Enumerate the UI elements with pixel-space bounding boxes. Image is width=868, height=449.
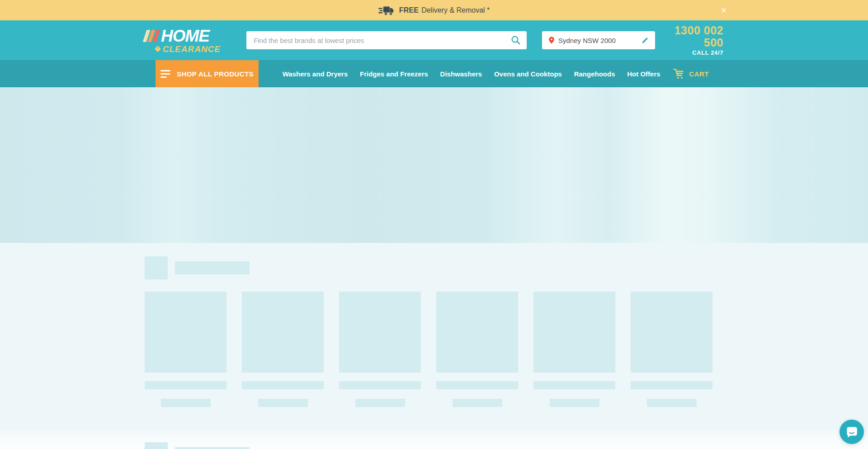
main-nav: SHOP ALL PRODUCTS Washers and Dryers Fri… bbox=[0, 60, 868, 87]
section-title-text-placeholder bbox=[175, 261, 250, 274]
skeleton-grid bbox=[145, 292, 723, 407]
product-title-placeholder bbox=[339, 381, 421, 389]
product-image-placeholder bbox=[242, 292, 324, 373]
logo-text-clearance: CLEARANCE bbox=[163, 45, 221, 53]
product-image-placeholder bbox=[436, 292, 518, 373]
section-title-skeleton bbox=[145, 256, 723, 279]
home-clearance-logo[interactable]: HOME CLEARANCE bbox=[145, 28, 221, 53]
banner-close-button[interactable]: ✕ bbox=[719, 5, 729, 16]
chat-launcher-button[interactable] bbox=[840, 420, 864, 444]
skeleton-product-card bbox=[436, 292, 518, 407]
cart-button[interactable]: CART bbox=[670, 60, 712, 87]
edit-location-button[interactable] bbox=[640, 36, 650, 45]
nav-item-dishwashers[interactable]: Dishwashers bbox=[439, 67, 484, 80]
phone-availability: CALL 24/7 bbox=[655, 49, 723, 56]
nav-item-washers-and-dryers[interactable]: Washers and Dryers bbox=[281, 67, 350, 80]
product-image-placeholder bbox=[533, 292, 615, 373]
chat-bubble-icon bbox=[845, 425, 859, 439]
location-pin-icon bbox=[547, 36, 556, 45]
phone-contact[interactable]: 1300 002 500 CALL 24/7 bbox=[655, 24, 723, 56]
product-price-placeholder bbox=[355, 399, 405, 407]
cart-icon bbox=[673, 68, 685, 79]
search-input[interactable] bbox=[246, 31, 508, 49]
next-section bbox=[0, 430, 868, 449]
product-title-placeholder bbox=[242, 381, 324, 389]
product-image-placeholder bbox=[631, 292, 712, 373]
shop-all-label: SHOP ALL PRODUCTS bbox=[177, 70, 254, 78]
cart-label: CART bbox=[689, 70, 709, 78]
hero-banner-placeholder bbox=[0, 87, 868, 243]
section-title-icon-placeholder bbox=[145, 256, 168, 279]
logo-text-home: HOME bbox=[161, 28, 209, 44]
product-price-placeholder bbox=[647, 399, 697, 407]
skeleton-product-card bbox=[145, 292, 226, 407]
shop-all-products-button[interactable]: SHOP ALL PRODUCTS bbox=[156, 60, 259, 87]
skeleton-product-card bbox=[533, 292, 615, 407]
price-tag-icon bbox=[155, 46, 161, 52]
location-input[interactable] bbox=[556, 37, 640, 44]
search-icon bbox=[511, 35, 521, 45]
skeleton-product-card bbox=[242, 292, 324, 407]
product-title-placeholder bbox=[145, 381, 226, 389]
product-price-placeholder bbox=[453, 399, 502, 407]
product-title-placeholder bbox=[631, 381, 712, 389]
pencil-icon bbox=[641, 37, 649, 44]
product-price-placeholder bbox=[161, 399, 211, 407]
product-title-placeholder bbox=[436, 381, 518, 389]
promo-banner: FREE Delivery & Removal * ✕ bbox=[0, 0, 868, 20]
phone-number: 1300 002 500 bbox=[655, 24, 723, 48]
search-button[interactable] bbox=[508, 35, 527, 45]
location-box bbox=[542, 31, 655, 49]
section-title-skeleton bbox=[145, 442, 723, 449]
product-image-placeholder bbox=[339, 292, 421, 373]
skeleton-product-card bbox=[339, 292, 421, 407]
product-image-placeholder bbox=[145, 292, 226, 373]
product-price-placeholder bbox=[258, 399, 308, 407]
search-box bbox=[246, 31, 527, 49]
product-price-placeholder bbox=[550, 399, 599, 407]
skeleton-product-card bbox=[631, 292, 712, 407]
nav-item-hot-offers[interactable]: Hot Offers bbox=[625, 67, 662, 80]
banner-free-text: FREE bbox=[399, 6, 419, 14]
nav-links: Washers and Dryers Fridges and Freezers … bbox=[259, 60, 670, 87]
section-title-icon-placeholder bbox=[145, 442, 168, 449]
nav-item-fridges-and-freezers[interactable]: Fridges and Freezers bbox=[358, 67, 430, 80]
hamburger-menu-icon bbox=[160, 70, 170, 78]
delivery-truck-icon bbox=[378, 5, 394, 16]
nav-item-rangehoods[interactable]: Rangehoods bbox=[572, 67, 617, 80]
product-title-placeholder bbox=[533, 381, 615, 389]
banner-message: Delivery & Removal * bbox=[421, 6, 490, 14]
featured-products-section bbox=[0, 243, 868, 430]
section-title-text-placeholder bbox=[175, 447, 250, 449]
nav-item-ovens-and-cooktops[interactable]: Ovens and Cooktops bbox=[492, 67, 564, 80]
site-header: HOME CLEARANCE bbox=[0, 20, 868, 60]
